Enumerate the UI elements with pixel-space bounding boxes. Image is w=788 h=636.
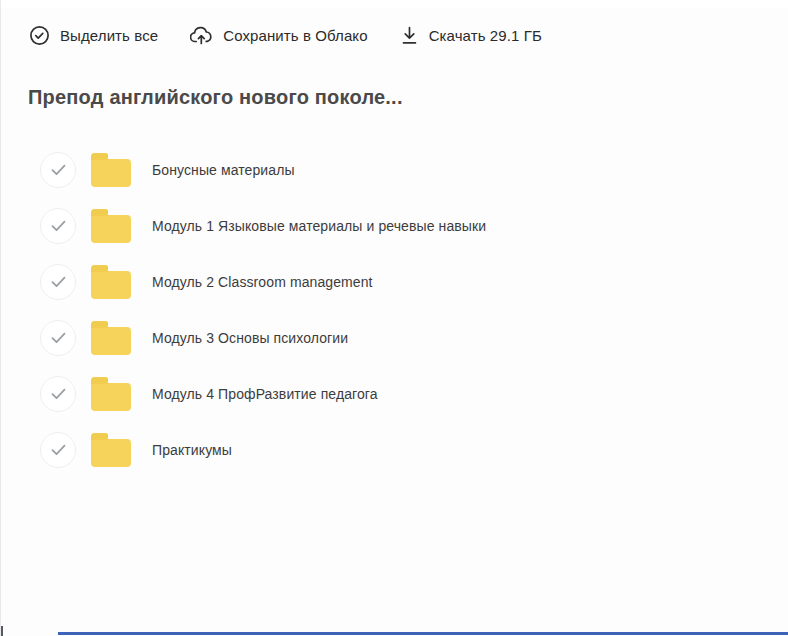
top-strip (1, 0, 788, 8)
folder-row[interactable]: Бонусные материалы (1, 142, 788, 198)
folder-icon (91, 153, 131, 187)
folder-row[interactable]: Модуль 4 ПрофРазвитие педагога (1, 366, 788, 422)
left-edge-notch (1, 626, 3, 636)
select-all-button[interactable]: Выделить все (29, 25, 158, 46)
row-checkbox[interactable] (40, 208, 76, 244)
row-checkbox[interactable] (40, 376, 76, 412)
folder-name[interactable]: Модуль 4 ПрофРазвитие педагога (152, 386, 378, 402)
checkmark-icon (51, 388, 66, 400)
download-button[interactable]: Скачать 29.1 ГБ (400, 25, 542, 46)
folder-icon (91, 433, 131, 467)
download-icon (400, 25, 419, 46)
folder-icon (91, 209, 131, 243)
folder-row[interactable]: Практикумы (1, 422, 788, 478)
folder-row[interactable]: Модуль 1 Языковые материалы и речевые на… (1, 198, 788, 254)
folder-row[interactable]: Модуль 3 Основы психологии (1, 310, 788, 366)
folder-icon (91, 265, 131, 299)
folder-icon (91, 321, 131, 355)
checkmark-icon (51, 220, 66, 232)
bottom-accent-line (58, 632, 788, 635)
cloud-file-listing-page: Выделить все Сохранить в Облако Скачать … (0, 0, 788, 636)
download-label: Скачать 29.1 ГБ (429, 27, 542, 44)
folder-name[interactable]: Модуль 2 Classroom management (152, 274, 373, 290)
folder-name[interactable]: Бонусные материалы (152, 162, 295, 178)
save-to-cloud-button[interactable]: Сохранить в Облако (190, 25, 367, 46)
row-checkbox[interactable] (40, 264, 76, 300)
folder-name[interactable]: Модуль 1 Языковые материалы и речевые на… (152, 218, 486, 234)
check-circle-icon (29, 25, 50, 46)
select-all-label: Выделить все (60, 27, 158, 44)
folder-name[interactable]: Практикумы (152, 442, 232, 458)
save-to-cloud-label: Сохранить в Облако (223, 27, 367, 44)
checkmark-icon (51, 444, 66, 456)
checkmark-icon (51, 332, 66, 344)
folder-name[interactable]: Модуль 3 Основы психологии (152, 330, 348, 346)
checkmark-icon (51, 164, 66, 176)
toolbar: Выделить все Сохранить в Облако Скачать … (29, 22, 542, 48)
row-checkbox[interactable] (40, 320, 76, 356)
row-checkbox[interactable] (40, 152, 76, 188)
folder-icon (91, 377, 131, 411)
folder-list: Бонусные материалы Модуль 1 Языковые мат… (1, 142, 788, 478)
cloud-upload-icon (190, 25, 213, 46)
checkmark-icon (51, 276, 66, 288)
row-checkbox[interactable] (40, 432, 76, 468)
folder-row[interactable]: Модуль 2 Classroom management (1, 254, 788, 310)
page-title: Препод английского нового поколе... (28, 86, 403, 109)
